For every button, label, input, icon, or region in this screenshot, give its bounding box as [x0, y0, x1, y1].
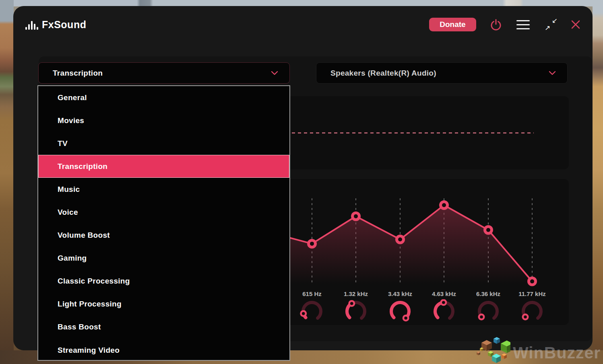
desktop: FxSound Donate ↙ ↗ [0, 0, 603, 364]
eq-node-4.63-khz[interactable] [439, 200, 449, 210]
menu-item-general[interactable]: General [38, 86, 289, 109]
gain-knob-3.43-khz[interactable] [388, 299, 412, 323]
menu-item-streaming-video[interactable]: Streaming Video [38, 339, 289, 362]
eq-node-615-hz[interactable] [307, 239, 317, 249]
menu-item-classic-processing[interactable]: Classic Processing [38, 270, 289, 293]
gain-knob-11.77-khz[interactable] [520, 299, 544, 323]
arrow-up-right-icon: ↗ [545, 25, 550, 31]
output-device-select[interactable]: Speakers (Realtek(R) Audio) [316, 62, 568, 84]
wallpaper-left [0, 0, 14, 364]
hamburger-menu-icon[interactable] [516, 17, 530, 32]
app-logo: FxSound [25, 19, 86, 31]
donate-button[interactable]: Donate [429, 18, 476, 31]
preset-dropdown-menu: GeneralMoviesTVTranscriptionMusicVoiceVo… [37, 85, 290, 361]
chevron-down-icon [549, 71, 556, 75]
eq-node-11.77-khz[interactable] [527, 277, 537, 286]
gain-knob-4.63-khz[interactable] [432, 299, 456, 323]
power-icon[interactable] [489, 17, 503, 32]
eq-node-6.36-khz[interactable] [483, 225, 493, 235]
fxsound-bars-icon [25, 20, 38, 30]
menu-item-tv[interactable]: TV [38, 132, 289, 155]
menu-item-movies[interactable]: Movies [38, 109, 289, 132]
eq-node-3.43-khz[interactable] [395, 234, 405, 244]
menu-item-transcription[interactable]: Transcription [38, 155, 289, 178]
freq-label-11.77-khz: 11.77 kHz [510, 290, 554, 297]
arrow-down-left-icon: ↙ [552, 17, 558, 24]
menu-item-gaming[interactable]: Gaming [38, 247, 289, 270]
freq-label-3.43-khz: 3.43 kHz [378, 290, 422, 297]
close-icon[interactable] [568, 17, 583, 32]
freq-label-1.32-khz: 1.32 kHz [334, 290, 378, 297]
eq-curve-area-fill [264, 205, 532, 284]
preset-select-value: Transcription [53, 69, 103, 78]
preset-select[interactable]: Transcription [38, 62, 290, 84]
freq-label-4.63-khz: 4.63 kHz [422, 290, 466, 297]
menu-item-volume-boost[interactable]: Volume Boost [38, 224, 289, 247]
freq-label-6.36-khz: 6.36 kHz [466, 290, 510, 297]
wallpaper-top [0, 0, 603, 6]
chevron-down-icon [271, 71, 278, 75]
output-device-value: Speakers (Realtek(R) Audio) [330, 69, 436, 78]
minimize-window-icon[interactable]: ↙ ↗ [543, 17, 558, 32]
wallpaper-right [593, 0, 603, 364]
app-title: FxSound [42, 19, 86, 31]
menu-item-bass-boost[interactable]: Bass Boost [38, 316, 289, 339]
freq-label-615-hz: 615 Hz [290, 290, 334, 297]
menu-item-music[interactable]: Music [38, 178, 289, 201]
menu-item-light-processing[interactable]: Light Processing [38, 293, 289, 316]
gain-knob-615-hz[interactable] [300, 299, 324, 323]
gain-knob-1.32-khz[interactable] [344, 299, 368, 323]
titlebar: FxSound Donate ↙ ↗ [13, 6, 593, 44]
menu-item-voice[interactable]: Voice [38, 201, 289, 224]
gain-knob-6.36-khz[interactable] [476, 299, 500, 323]
eq-node-1.32-khz[interactable] [351, 212, 361, 221]
